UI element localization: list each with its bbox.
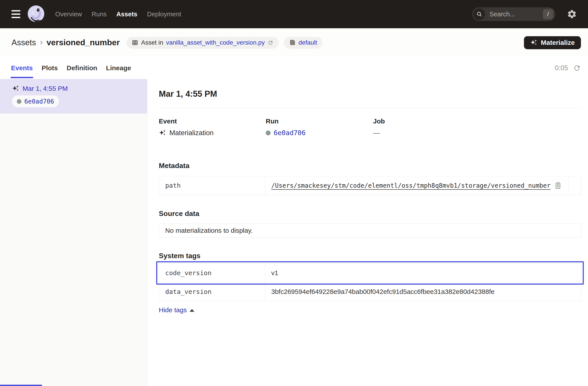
asset-file-link[interactable]: vanilla_asset_with_code_version.py <box>166 39 265 46</box>
event-list-item-selected[interactable]: Mar 1, 4:55 PM 6e0ad706 <box>0 79 147 114</box>
materialize-button-label: Materialize <box>541 39 575 46</box>
search-icon <box>473 8 485 20</box>
run-column-label: Run <box>266 118 373 125</box>
search-box[interactable]: / <box>472 7 555 21</box>
nav-item-overview[interactable]: Overview <box>55 11 82 18</box>
event-timestamp: Mar 1, 4:55 PM <box>22 85 68 92</box>
copy-path-button[interactable] <box>554 182 562 189</box>
repo-grid-icon <box>289 39 295 46</box>
page-header: Assets › versioned_number Asset in vanil… <box>0 28 588 57</box>
source-data-heading: Source data <box>159 210 581 218</box>
search-shortcut-badge: / <box>543 9 553 19</box>
source-data-empty-state: No materializations to display. <box>159 223 581 238</box>
tag-value: v1 <box>265 264 581 282</box>
tag-key: code_version <box>159 264 265 282</box>
event-column: Event Materialization <box>159 118 266 137</box>
run-status-dot <box>266 130 271 135</box>
page-title: versioned_number <box>47 38 120 47</box>
metadata-table: path /Users/smackesey/stm/code/elementl/… <box>159 176 581 195</box>
run-status-dot <box>17 99 21 104</box>
nav-item-deployment[interactable]: Deployment <box>147 11 181 18</box>
tag-row-data-version: data_version 3bfc269594ef649228e9a74bab0… <box>159 282 581 301</box>
run-id-chip[interactable]: 6e0ad706 <box>12 95 59 107</box>
breadcrumb-assets-link[interactable]: Assets <box>11 38 36 47</box>
event-detail-panel: Mar 1, 4:55 PM Event Materialization Run <box>147 79 588 386</box>
dagster-logo-icon[interactable] <box>26 5 45 24</box>
breadcrumb: Assets › versioned_number <box>11 38 120 47</box>
tab-events[interactable]: Events <box>11 57 33 79</box>
search-input[interactable] <box>485 11 543 18</box>
hamburger-menu-icon[interactable] <box>11 10 20 18</box>
job-column: Job — <box>373 118 581 137</box>
job-column-label: Job <box>373 118 581 125</box>
primary-nav: Overview Runs Assets Deployment <box>55 11 181 18</box>
settings-gear-icon[interactable] <box>567 9 577 19</box>
metadata-key: path <box>159 176 265 195</box>
event-detail-title: Mar 1, 4:55 PM <box>159 89 581 99</box>
divider <box>159 108 581 108</box>
job-empty-value: — <box>373 129 380 137</box>
system-tags-table: code_version v1 data_version 3bfc269594e… <box>159 264 581 301</box>
metadata-heading: Metadata <box>159 162 581 170</box>
materialize-button[interactable]: Materialize <box>524 36 581 49</box>
event-column-label: Event <box>159 118 266 125</box>
metadata-action-cell <box>568 176 581 195</box>
event-type-value: Materialization <box>169 129 214 137</box>
tab-plots[interactable]: Plots <box>41 57 58 79</box>
bottom-left-blue-strip <box>0 385 42 386</box>
refresh-countdown: 0:05 <box>555 64 568 72</box>
materialization-sparkle-icon <box>12 85 20 92</box>
materialization-sparkle-icon <box>159 129 166 137</box>
tab-definition[interactable]: Definition <box>66 57 98 79</box>
system-tags-heading: System tags <box>159 252 581 260</box>
clipboard-icon <box>554 182 562 189</box>
system-tags-wrap: code_version v1 data_version 3bfc269594e… <box>159 264 581 301</box>
reload-icon[interactable] <box>268 40 273 46</box>
hide-tags-label: Hide tags <box>159 306 187 314</box>
events-sidebar: Mar 1, 4:55 PM 6e0ad706 <box>0 79 147 386</box>
sparkle-icon <box>530 39 538 46</box>
repo-chip-label: default <box>298 39 317 46</box>
nav-item-runs[interactable]: Runs <box>92 11 107 18</box>
event-summary-columns: Event Materialization Run 6e0ad706 <box>159 118 581 137</box>
chevron-right-icon: › <box>40 38 43 47</box>
asset-origin-chip[interactable]: Asset in vanilla_asset_with_code_version… <box>126 37 279 49</box>
asset-chip-prefix: Asset in <box>141 39 163 46</box>
run-id-link[interactable]: 6e0ad706 <box>274 129 306 137</box>
hide-tags-link[interactable]: Hide tags <box>159 306 194 314</box>
refresh-icon[interactable] <box>573 64 581 72</box>
metadata-row-path: path /Users/smackesey/stm/code/elementl/… <box>159 176 581 195</box>
asset-grid-icon <box>132 39 138 46</box>
tabs-bar: Events Plots Definition Lineage 0:05 <box>0 57 588 79</box>
caret-up-icon <box>189 309 194 312</box>
tag-key: data_version <box>159 283 265 301</box>
tag-row-code-version: code_version v1 <box>159 264 581 282</box>
tag-value: 3bfc269594ef649228e9a74bab00f042efc91d5a… <box>265 283 581 301</box>
metadata-path-link[interactable]: /Users/smackesey/stm/code/elementl/oss/t… <box>271 182 550 189</box>
run-column: Run 6e0ad706 <box>266 118 373 137</box>
top-navbar: Overview Runs Assets Deployment / <box>0 0 588 28</box>
nav-item-assets[interactable]: Assets <box>116 11 137 18</box>
tab-lineage[interactable]: Lineage <box>105 57 131 79</box>
run-id-label: 6e0ad706 <box>24 98 54 105</box>
repo-chip[interactable]: default <box>284 37 322 49</box>
